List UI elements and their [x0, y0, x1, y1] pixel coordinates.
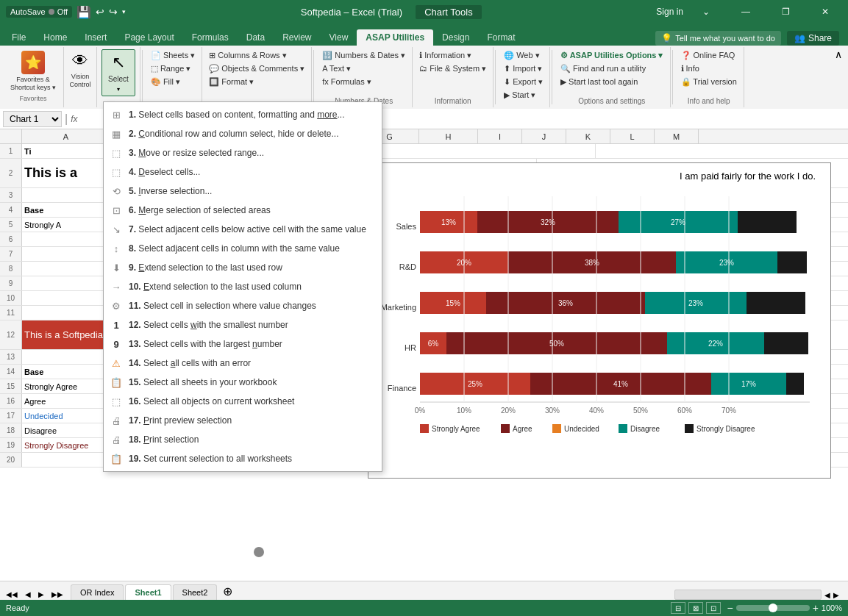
dropdown-item-14[interactable]: ⚠ 14. Select all cells with an error: [104, 354, 382, 373]
autosave-toggle[interactable]: AutoSave Off: [6, 6, 72, 18]
tab-file[interactable]: File: [3, 29, 35, 46]
sheet-tab-sheet1[interactable]: Sheet1: [125, 584, 171, 600]
info-btn[interactable]: ℹ Info: [677, 62, 703, 75]
dropdown-item-6[interactable]: ⊡ 6. Merge selection of selected areas: [104, 201, 382, 220]
cell-a16[interactable]: Agree: [22, 394, 110, 408]
minimize-btn[interactable]: —: [729, 0, 763, 24]
tell-me-box[interactable]: 💡 Tell me what you want to do: [655, 31, 781, 46]
text-btn[interactable]: A Text ▾: [318, 62, 354, 75]
redo-icon[interactable]: ↪: [109, 6, 118, 18]
dropdown-item-10[interactable]: → 10. Extend selection to the last used …: [104, 277, 382, 296]
dropdown-item-1[interactable]: ⊞ 1. Select cells based on content, form…: [104, 105, 382, 124]
select-btn[interactable]: ↖ Select ▾: [101, 49, 135, 96]
dropdown-item-12[interactable]: 1 12. Select cells with the smallest num…: [104, 315, 382, 334]
zoom-level[interactable]: 100%: [822, 604, 842, 612]
objects-btn[interactable]: 💬 Objects & Comments ▾: [205, 62, 308, 75]
online-faq-btn[interactable]: ❓ Online FAQ: [677, 49, 739, 62]
dropdown-item-13[interactable]: 9 13. Select cells with the largest numb…: [104, 334, 382, 354]
zoom-in-btn[interactable]: +: [813, 602, 819, 614]
tab-page-layout[interactable]: Page Layout: [115, 29, 182, 46]
select-all-corner[interactable]: [0, 129, 22, 143]
ribbon-toggle-btn[interactable]: ⌄: [689, 0, 723, 24]
dropdown-item-17[interactable]: 🖨 17. Print preview selection: [104, 411, 382, 430]
cell-a1[interactable]: Ti: [22, 144, 110, 158]
zoom-out-btn[interactable]: −: [727, 602, 733, 614]
web-btn[interactable]: 🌐 Web ▾: [500, 49, 544, 62]
tab-insert[interactable]: Insert: [76, 29, 115, 46]
page-break-view-btn[interactable]: ⊡: [706, 602, 721, 614]
tab-formulas[interactable]: Formulas: [183, 29, 238, 46]
share-btn[interactable]: 👥 Share: [787, 31, 839, 46]
dropdown-item-4[interactable]: ⬚ 4. Deselect cells...: [104, 162, 382, 182]
quick-access-dropdown[interactable]: ▾: [122, 8, 126, 15]
asap-options-btn[interactable]: ⚙ ASAP Utilities Options ▾: [557, 49, 666, 62]
cell-a19[interactable]: Strongly Disagree: [22, 438, 110, 452]
dropdown-item-16[interactable]: ⬚ 16. Select all objects on current work…: [104, 392, 382, 411]
tab-design[interactable]: Design: [433, 29, 478, 46]
information-btn[interactable]: ℹ Information ▾: [416, 49, 475, 62]
fill-btn[interactable]: 🎨 Fill ▾: [147, 76, 184, 88]
cell-a15[interactable]: Strongly Agree: [22, 379, 110, 393]
sheet-scroll-right[interactable]: ▶: [833, 591, 839, 599]
numbers-btn[interactable]: 🔢 Numbers & Dates ▾: [318, 49, 409, 62]
sign-in-btn[interactable]: Sign in: [656, 7, 683, 17]
save-icon[interactable]: 💾: [76, 5, 91, 19]
import-btn[interactable]: ⬆ Import ▾: [500, 62, 546, 75]
sheet-next-btn[interactable]: ▶: [35, 589, 47, 600]
sheet-prev2-btn[interactable]: ◀: [22, 589, 34, 600]
export-btn[interactable]: ⬇ Export ▾: [500, 76, 546, 88]
dropdown-item-5[interactable]: ⟲ 5. Inverse selection...: [104, 182, 382, 201]
sheet-tab-sheet2[interactable]: Sheet2: [173, 584, 218, 600]
sheet-next2-btn[interactable]: ▶▶: [49, 589, 66, 600]
zoom-slider[interactable]: [736, 605, 810, 611]
dropdown-item-3[interactable]: ⬚ 3. Move or resize selected range...: [104, 143, 382, 162]
cell-a2[interactable]: This is a: [22, 159, 110, 187]
sheet-tab-orindex[interactable]: OR Index: [71, 584, 124, 600]
close-btn[interactable]: ✕: [808, 0, 842, 24]
add-sheet-btn[interactable]: ⊕: [218, 583, 237, 600]
normal-view-btn[interactable]: ⊟: [671, 602, 685, 614]
tab-format[interactable]: Format: [478, 29, 524, 46]
trial-btn[interactable]: 🔒 Trial version: [677, 76, 741, 88]
cell-a14[interactable]: Base: [22, 365, 110, 379]
sheet-scroll-left[interactable]: ◀: [824, 591, 830, 599]
sheets-btn[interactable]: 📄 Sheets ▾: [147, 49, 199, 62]
chart-scroll-handle-bottom[interactable]: [254, 547, 264, 557]
find-run-btn[interactable]: 🔍 Find and run a utility: [557, 62, 649, 75]
cell-a12[interactable]: This is a Softpedia: [22, 320, 110, 349]
dropdown-item-11[interactable]: ⚙ 11. Select cell in selection where val…: [104, 296, 382, 315]
cell-a4[interactable]: Base: [22, 203, 110, 217]
tab-view[interactable]: View: [321, 29, 357, 46]
dropdown-item-2[interactable]: ▦ 2. Conditional row and column select, …: [104, 124, 382, 143]
sheet-prev-btn[interactable]: ◀◀: [3, 589, 21, 600]
name-box[interactable]: Chart 1: [3, 111, 62, 127]
page-layout-view-btn[interactable]: ⊠: [688, 602, 703, 614]
cell-a17[interactable]: Undecided: [22, 409, 110, 423]
dropdown-item-18[interactable]: 🖨 18. Print selection: [104, 430, 382, 449]
tab-asap[interactable]: ASAP Utilities: [357, 29, 433, 46]
sheet-scroll-bar[interactable]: [674, 590, 822, 600]
dropdown-item-9[interactable]: ⬇ 9. Extend selection to the last used r…: [104, 258, 382, 277]
svg-text:Agree: Agree: [513, 425, 532, 433]
cell-a18[interactable]: Disagree: [22, 423, 110, 437]
tab-home[interactable]: Home: [35, 29, 76, 46]
undo-icon[interactable]: ↩: [96, 6, 104, 18]
vision-btn[interactable]: 👁 VisionControl: [68, 49, 92, 89]
range-btn[interactable]: ⬚ Range ▾: [147, 62, 195, 75]
cell-a5[interactable]: Strongly A: [22, 218, 110, 232]
dropdown-item-15[interactable]: 📋 15. Select all sheets in your workbook: [104, 373, 382, 392]
tab-data[interactable]: Data: [238, 29, 274, 46]
maximize-btn[interactable]: ❐: [769, 0, 802, 24]
file-system-btn[interactable]: 🗂 File & System ▾: [416, 62, 490, 75]
formulas-btn[interactable]: fx Formulas ▾: [318, 76, 375, 88]
start-last-btn[interactable]: ▶ Start last tool again: [557, 76, 641, 88]
columns-rows-btn[interactable]: ⊞ Columns & Rows ▾: [205, 49, 290, 62]
ribbon-collapse-btn[interactable]: ∧: [835, 49, 842, 60]
format-btn[interactable]: 🔲 Format ▾: [205, 76, 257, 88]
favorites-btn[interactable]: ⭐ Favorites &Shortcut keys ▾: [7, 49, 59, 93]
dropdown-item-8[interactable]: ↕ 8. Select adjacent cells in column wit…: [104, 239, 382, 258]
tab-review[interactable]: Review: [274, 29, 320, 46]
dropdown-item-19[interactable]: 📋 19. Set current selection to all works…: [104, 449, 382, 468]
dropdown-item-7[interactable]: ↘ 7. Select adjacent cells below active …: [104, 220, 382, 239]
start-btn[interactable]: ▶ Start ▾: [500, 89, 539, 101]
